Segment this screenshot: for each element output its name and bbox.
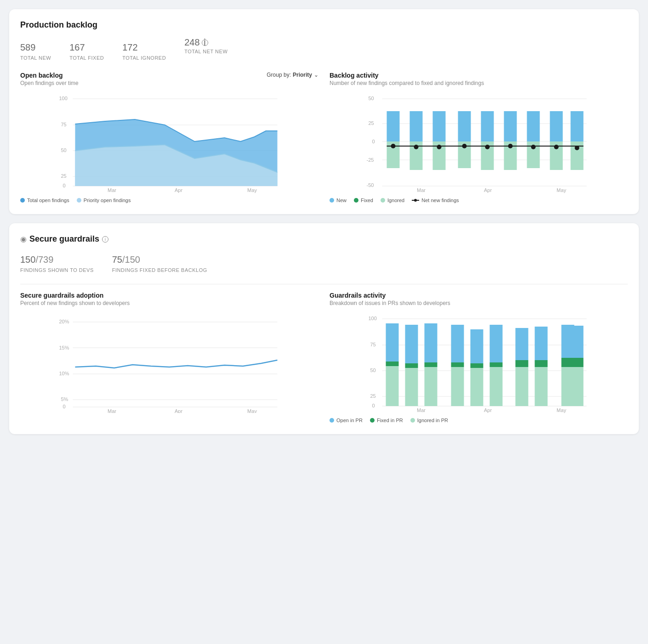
svg-text:Apr: Apr xyxy=(175,408,182,413)
secure-guardrails-card: ◉ Secure guardrails i 150/739 FINDINGS S… xyxy=(9,223,639,434)
open-backlog-section: Open backlog Open findings over time Gro… xyxy=(20,72,318,203)
backlog-activity-section: Backlog activity Number of new findings … xyxy=(330,72,628,203)
svg-rect-79 xyxy=(386,323,399,362)
svg-rect-23 xyxy=(387,111,400,141)
stat-total-new-label: TOTAL NEW xyxy=(20,55,51,61)
legend-fixed-dot xyxy=(354,198,358,203)
legend-open-pr: Open in PR xyxy=(330,418,363,423)
legend-total-open-label: Total open findings xyxy=(27,198,69,203)
stat-total-ignored-value: 172 xyxy=(122,37,166,54)
legend-ignored-pr: Ignored in PR xyxy=(410,418,448,423)
svg-point-43 xyxy=(414,145,419,149)
svg-text:5%: 5% xyxy=(61,396,68,402)
stat-total-net-new-value: 248 i xyxy=(184,37,208,48)
svg-point-46 xyxy=(485,145,490,149)
guardrails-divider xyxy=(20,284,628,284)
stat-total-net-new-label: TOTAL NET NEW xyxy=(184,49,227,54)
svg-rect-78 xyxy=(386,362,399,366)
guardrails-activity-section: Guardrails activity Breakdown of issues … xyxy=(330,292,628,423)
svg-text:-50: -50 xyxy=(367,182,374,188)
svg-text:Apr: Apr xyxy=(175,187,182,193)
guardrails-info-icon[interactable]: i xyxy=(102,236,108,243)
svg-rect-84 xyxy=(425,362,438,367)
svg-point-45 xyxy=(462,144,467,148)
svg-text:50: 50 xyxy=(370,367,376,373)
legend-ignored: Ignored xyxy=(381,198,404,203)
open-backlog-header: Open backlog Open findings over time Gro… xyxy=(20,72,318,92)
guardrails-activity-legend: Open in PR Fixed in PR Ignored in PR xyxy=(330,418,628,423)
legend-ignored-pr-dot xyxy=(410,418,415,423)
legend-priority-open-dot xyxy=(77,198,81,203)
svg-text:25: 25 xyxy=(61,173,67,179)
svg-rect-80 xyxy=(405,368,418,406)
legend-ignored-pr-label: Ignored in PR xyxy=(417,418,448,423)
guardrails-activity-chart: 100 75 50 25 0 xyxy=(330,312,628,413)
svg-rect-94 xyxy=(490,325,503,362)
open-backlog-legend: Total open findings Priority open findin… xyxy=(20,198,318,203)
stat-findings-fixed-value: 75/150 xyxy=(112,249,207,266)
svg-text:Mar: Mar xyxy=(108,187,116,193)
legend-priority-open: Priority open findings xyxy=(77,198,131,203)
svg-rect-85 xyxy=(425,323,438,362)
svg-text:0: 0 xyxy=(63,183,66,188)
svg-text:50: 50 xyxy=(61,147,67,153)
stat-findings-fixed: 75/150 FINDINGS FIXED BEFORE BACKLOG xyxy=(112,249,207,273)
svg-text:May: May xyxy=(557,407,566,413)
svg-rect-99 xyxy=(535,360,548,367)
svg-text:20%: 20% xyxy=(59,319,69,324)
svg-rect-77 xyxy=(386,366,399,406)
legend-fixed-pr: Fixed in PR xyxy=(370,418,403,423)
legend-net-new: Net new findings xyxy=(412,198,459,203)
production-charts-row: Open backlog Open findings over time Gro… xyxy=(20,72,628,203)
guardrails-adoption-title: Secure guardrails adoption xyxy=(20,292,318,299)
svg-rect-98 xyxy=(535,367,548,406)
open-backlog-chart: 100 75 50 25 0 xyxy=(20,92,318,193)
legend-ignored-dot xyxy=(381,198,385,203)
svg-text:Apr: Apr xyxy=(484,407,492,413)
svg-text:100: 100 xyxy=(59,96,68,101)
svg-rect-106 xyxy=(571,326,584,358)
svg-text:May: May xyxy=(557,187,566,193)
svg-point-50 xyxy=(575,146,580,150)
group-by-control[interactable]: Group by: Priority ⌄ xyxy=(267,72,318,78)
svg-text:25: 25 xyxy=(369,120,374,126)
svg-rect-96 xyxy=(516,360,529,367)
stat-total-fixed-value: 167 xyxy=(69,37,104,54)
stat-total-new-value: 589 xyxy=(20,37,51,54)
svg-rect-97 xyxy=(516,328,529,360)
backlog-activity-title: Backlog activity xyxy=(330,72,628,79)
backlog-activity-legend: New Fixed Ignored Net new findings xyxy=(330,198,628,203)
stat-total-ignored: 172 TOTAL IGNORED xyxy=(122,37,166,61)
legend-fixed-pr-dot xyxy=(370,418,375,423)
guardrails-stats-row: 150/739 FINDINGS SHOWN TO DEVS 75/150 FI… xyxy=(20,249,628,273)
svg-rect-104 xyxy=(571,367,584,406)
legend-fixed: Fixed xyxy=(354,198,373,203)
production-stats-row: 589 TOTAL NEW 167 TOTAL FIXED 172 TOTAL … xyxy=(20,37,628,61)
net-new-info-icon[interactable]: i xyxy=(202,40,208,46)
stat-total-net-new: 248 i TOTAL NET NEW xyxy=(184,37,227,61)
stat-total-ignored-label: TOTAL IGNORED xyxy=(122,55,166,61)
svg-rect-37 xyxy=(550,111,563,141)
svg-rect-39 xyxy=(571,111,584,141)
svg-rect-100 xyxy=(535,327,548,360)
svg-text:75: 75 xyxy=(370,342,376,347)
stat-total-fixed: 167 TOTAL FIXED xyxy=(69,37,104,61)
svg-point-49 xyxy=(554,145,559,149)
svg-rect-87 xyxy=(451,362,464,367)
svg-text:10%: 10% xyxy=(59,371,69,376)
svg-text:100: 100 xyxy=(369,316,377,321)
secure-guardrails-title-row: ◉ Secure guardrails i xyxy=(20,234,628,244)
stat-findings-shown: 150/739 FINDINGS SHOWN TO DEVS xyxy=(20,249,94,273)
svg-text:Mar: Mar xyxy=(108,408,116,413)
svg-rect-86 xyxy=(451,367,464,406)
svg-rect-90 xyxy=(471,363,483,368)
stat-findings-shown-value: 150/739 xyxy=(20,249,94,266)
svg-rect-35 xyxy=(527,111,540,141)
guardrails-adoption-section: Secure guardrails adoption Percent of ne… xyxy=(20,292,318,423)
legend-total-open-dot xyxy=(20,198,25,203)
legend-new: New xyxy=(330,198,347,203)
svg-text:-25: -25 xyxy=(367,157,374,163)
stat-findings-fixed-label: FINDINGS FIXED BEFORE BACKLOG xyxy=(112,267,207,273)
svg-text:0: 0 xyxy=(63,404,66,409)
stat-total-fixed-label: TOTAL FIXED xyxy=(69,55,104,61)
